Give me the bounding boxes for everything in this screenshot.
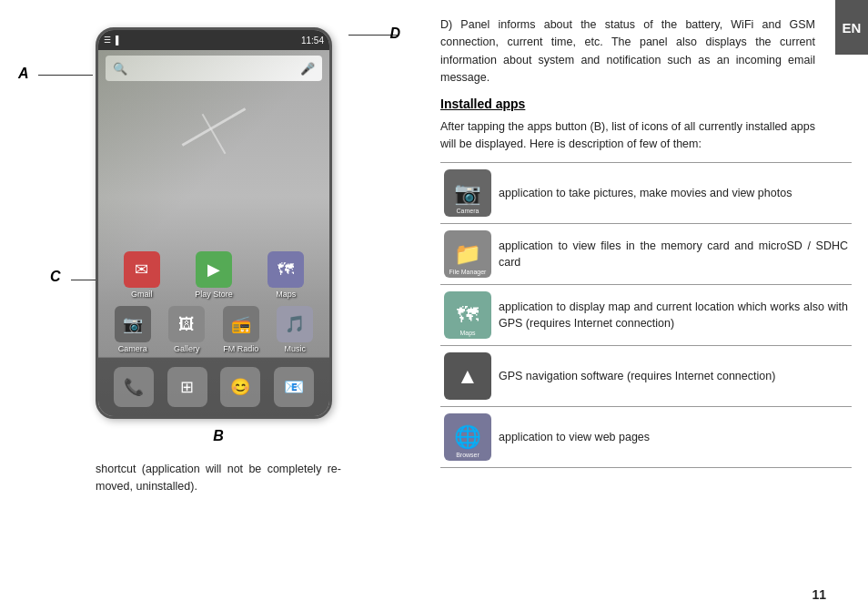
app-music[interactable]: 🎵 Music: [268, 306, 323, 353]
gallery-label: Gallery: [174, 344, 200, 353]
app-icon-box-2: 🗺 Maps: [444, 291, 491, 339]
table-row: 📁 File Manager application to view files…: [440, 224, 852, 285]
phone-clock-area: [98, 87, 329, 248]
table-row: 📷 Camera application to take pictures, m…: [440, 163, 852, 224]
app-icon-cell-3: ▲: [440, 346, 495, 407]
app-icon-box-1: 📁 File Manager: [444, 230, 491, 278]
left-panel: D A C ☰ ▐ 11:54 🔍 🎤: [0, 0, 428, 611]
app-icon-box-4: 🌐 Browser: [444, 413, 491, 461]
intro-text: D) Panel informs about the status of the…: [440, 16, 852, 87]
app-icon-box-0: 📷 Camera: [444, 169, 491, 217]
playstore-label: Play Store: [195, 290, 233, 299]
signal-icon: ▐: [113, 36, 118, 45]
phone-search-bar[interactable]: 🔍 🎤: [106, 56, 322, 81]
apps-row-1: ✉ Gmail ▶ Play Store 🗺 Maps: [98, 248, 329, 302]
app-maps[interactable]: 🗺 Maps: [258, 251, 313, 299]
clock-display: 11:54: [301, 36, 324, 46]
dock-email[interactable]: 📧: [274, 367, 314, 407]
maps-label: Maps: [276, 290, 296, 299]
table-row: ▲ GPS navigation software (requires Inte…: [440, 346, 852, 407]
wifi-icon: ☰: [104, 36, 111, 45]
label-b-row: B: [213, 423, 224, 444]
gallery-icon: 🖼: [168, 306, 205, 342]
app-description-0: application to take pictures, make movie…: [495, 163, 852, 224]
clock-hand-1: [182, 107, 247, 147]
camera-label: Camera: [118, 344, 147, 353]
app-description-1: application to view files in the memory …: [495, 224, 852, 285]
app-icon-symbol-1: 📁: [454, 243, 481, 265]
page-number: 11: [812, 587, 826, 602]
app-icon-symbol-4: 🌐: [454, 426, 481, 448]
app-icon-sublabel-0: Camera: [444, 208, 491, 214]
music-label: Music: [284, 344, 306, 353]
app-playstore[interactable]: ▶ Play Store: [187, 251, 241, 299]
playstore-icon: ▶: [196, 251, 232, 288]
search-icon: 🔍: [113, 62, 127, 76]
label-d-container: D: [389, 25, 400, 42]
dock-smiley[interactable]: 😊: [220, 367, 260, 407]
label-d: D: [389, 25, 400, 41]
app-camera[interactable]: 📷 Camera: [106, 306, 160, 353]
maps-icon: 🗺: [267, 251, 304, 288]
section-title: Installed apps: [440, 97, 852, 111]
app-description-4: application to view web pages: [495, 407, 852, 468]
app-icon-symbol-0: 📷: [454, 182, 481, 204]
app-icon-cell-4: 🌐 Browser: [440, 407, 495, 468]
app-icon-sublabel-4: Browser: [444, 452, 491, 458]
app-icon-cell-2: 🗺 Maps: [440, 285, 495, 346]
phone-dock: 📞 ⊞ 😊 📧: [98, 357, 329, 416]
music-icon: 🎵: [277, 306, 313, 342]
table-row: 🗺 Maps application to display map and cu…: [440, 285, 852, 346]
app-icon-symbol-3: ▲: [457, 365, 479, 387]
table-row: 🌐 Browser application to view web pages: [440, 407, 852, 468]
label-c: C: [50, 269, 61, 285]
status-left-icons: ☰ ▐: [104, 36, 118, 45]
label-b: B: [213, 428, 224, 444]
phone-status-bar: ☰ ▐ 11:54: [98, 30, 329, 50]
app-icon-cell-0: 📷 Camera: [440, 163, 495, 224]
phone-container: ☰ ▐ 11:54 🔍 🎤: [96, 27, 341, 419]
app-icon-symbol-2: 🗺: [457, 304, 479, 326]
bottom-caption: shortcut (application will not be comple…: [96, 461, 341, 495]
app-gallery[interactable]: 🖼 Gallery: [160, 306, 215, 353]
phone-screen: 🔍 🎤 ✉ Gmail ▶: [98, 50, 329, 416]
section-intro: After tapping the apps button (B), list …: [440, 118, 852, 154]
dock-apps[interactable]: ⊞: [167, 367, 207, 407]
fmradio-icon: 📻: [223, 306, 259, 342]
dock-phone[interactable]: 📞: [114, 367, 154, 407]
app-icon-box-3: ▲: [444, 352, 491, 400]
lang-badge: EN: [835, 0, 868, 55]
callout-a-line: [38, 75, 93, 76]
gmail-label: Gmail: [131, 290, 153, 299]
fmradio-label: FM Radio: [223, 344, 258, 353]
app-gmail[interactable]: ✉ Gmail: [115, 251, 169, 299]
app-icon-cell-1: 📁 File Manager: [440, 224, 495, 285]
right-panel: EN D) Panel informs about the status of …: [428, 0, 868, 611]
phone-frame: ☰ ▐ 11:54 🔍 🎤: [96, 27, 332, 419]
apps-table: 📷 Camera application to take pictures, m…: [440, 162, 852, 468]
app-icon-sublabel-1: File Manager: [444, 269, 491, 275]
gmail-icon: ✉: [124, 251, 160, 288]
app-description-3: GPS navigation software (requires Intern…: [495, 346, 852, 407]
apps-row-2: 📷 Camera 🖼 Gallery 📻 FM Radio 🎵 Music: [98, 302, 329, 357]
label-a: A: [18, 66, 29, 82]
app-description-2: application to display map and current l…: [495, 285, 852, 346]
app-fmradio[interactable]: 📻 FM Radio: [214, 306, 268, 353]
app-icon-sublabel-2: Maps: [444, 330, 491, 336]
camera-icon: 📷: [115, 306, 151, 342]
mic-icon: 🎤: [300, 62, 315, 76]
